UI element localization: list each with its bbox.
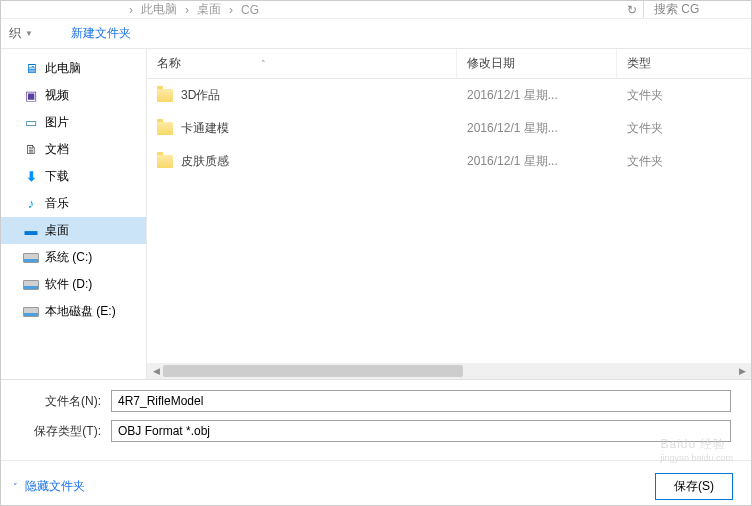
search-input[interactable]: 搜索 CG <box>643 1 743 18</box>
file-date: 2016/12/1 星期... <box>457 81 617 110</box>
horizontal-scrollbar[interactable]: ◀ ▶ <box>147 363 751 379</box>
column-date[interactable]: 修改日期 <box>457 49 617 78</box>
sidebar-item[interactable]: 系统 (C:) <box>1 244 146 271</box>
sidebar-item-label: 桌面 <box>45 222 69 239</box>
sidebar-item[interactable]: ▬桌面 <box>1 217 146 244</box>
sidebar-item[interactable]: 软件 (D:) <box>1 271 146 298</box>
file-type: 文件夹 <box>617 81 717 110</box>
chevron-down-icon: ˅ <box>13 482 18 492</box>
sidebar: 🖥此电脑▣视频▭图片🗎文档⬇下载♪音乐▬桌面系统 (C:)软件 (D:)本地磁盘… <box>1 49 146 379</box>
icon-monitor-icon: 🖥 <box>23 61 39 77</box>
sidebar-item[interactable]: ⬇下载 <box>1 163 146 190</box>
hide-folders-link[interactable]: ˅ 隐藏文件夹 <box>13 478 85 495</box>
breadcrumb-part[interactable]: CG <box>241 3 259 17</box>
breadcrumb-sep: › <box>185 3 189 17</box>
file-row[interactable]: 卡通建模2016/12/1 星期...文件夹 <box>147 112 751 145</box>
form-area: 文件名(N): 保存类型(T): <box>1 379 751 460</box>
sidebar-item-label: 音乐 <box>45 195 69 212</box>
sidebar-item[interactable]: 本地磁盘 (E:) <box>1 298 146 325</box>
sidebar-item-label: 此电脑 <box>45 60 81 77</box>
sidebar-item-label: 软件 (D:) <box>45 276 92 293</box>
disk-icon <box>23 277 39 293</box>
sidebar-item[interactable]: ♪音乐 <box>1 190 146 217</box>
disk-icon <box>23 250 39 266</box>
sidebar-item[interactable]: 🖥此电脑 <box>1 55 146 82</box>
sidebar-item-label: 视频 <box>45 87 69 104</box>
sidebar-item[interactable]: 🗎文档 <box>1 136 146 163</box>
icon-doc-icon: 🗎 <box>23 142 39 158</box>
organize-menu[interactable]: 织 ▼ <box>9 25 33 42</box>
sidebar-item[interactable]: ▭图片 <box>1 109 146 136</box>
filetype-select[interactable] <box>111 420 731 442</box>
file-row[interactable]: 皮肤质感2016/12/1 星期...文件夹 <box>147 145 751 178</box>
breadcrumb-sep: › <box>229 3 233 17</box>
breadcrumb-part[interactable]: 桌面 <box>197 1 221 18</box>
sidebar-item-label: 下载 <box>45 168 69 185</box>
sidebar-item-label: 图片 <box>45 114 69 131</box>
sidebar-item[interactable]: ▣视频 <box>1 82 146 109</box>
filename-input[interactable] <box>111 390 731 412</box>
bottom-bar: ˅ 隐藏文件夹 保存(S) <box>1 460 751 506</box>
refresh-icon[interactable]: ↻ <box>627 3 637 17</box>
icon-music-icon: ♪ <box>23 196 39 212</box>
breadcrumb-part[interactable]: 此电脑 <box>141 1 177 18</box>
disk-icon <box>23 304 39 320</box>
file-date: 2016/12/1 星期... <box>457 147 617 176</box>
file-name: 卡通建模 <box>181 120 229 137</box>
filetype-label: 保存类型(T): <box>31 423 111 440</box>
icon-download-icon: ⬇ <box>23 169 39 185</box>
file-type: 文件夹 <box>617 114 717 143</box>
file-date: 2016/12/1 星期... <box>457 114 617 143</box>
sidebar-item-label: 系统 (C:) <box>45 249 92 266</box>
file-row[interactable]: 3D作品2016/12/1 星期...文件夹 <box>147 79 751 112</box>
new-folder-button[interactable]: 新建文件夹 <box>63 21 139 46</box>
address-bar: › 此电脑 › 桌面 › CG ↻ 搜索 CG <box>1 1 751 19</box>
folder-icon <box>157 155 173 168</box>
file-type: 文件夹 <box>617 147 717 176</box>
icon-video-icon: ▣ <box>23 88 39 104</box>
sort-arrow-icon: ˄ <box>261 59 266 69</box>
toolbar: 织 ▼ 新建文件夹 <box>1 19 751 49</box>
chevron-down-icon: ▼ <box>25 29 33 38</box>
icon-desktop-icon: ▬ <box>23 223 39 239</box>
column-headers: 名称 ˄ 修改日期 类型 <box>147 49 751 79</box>
folder-icon <box>157 122 173 135</box>
column-name[interactable]: 名称 ˄ <box>147 49 457 78</box>
file-list: 3D作品2016/12/1 星期...文件夹卡通建模2016/12/1 星期..… <box>147 79 751 363</box>
breadcrumb-sep: › <box>129 3 133 17</box>
icon-pic-icon: ▭ <box>23 115 39 131</box>
column-type[interactable]: 类型 <box>617 49 717 78</box>
scroll-left-icon[interactable]: ◀ <box>149 366 163 376</box>
breadcrumb[interactable]: › 此电脑 › 桌面 › CG <box>9 1 627 18</box>
scroll-thumb[interactable] <box>163 365 463 377</box>
file-name: 皮肤质感 <box>181 153 229 170</box>
sidebar-item-label: 文档 <box>45 141 69 158</box>
filename-label: 文件名(N): <box>31 393 111 410</box>
folder-icon <box>157 89 173 102</box>
file-list-area: 名称 ˄ 修改日期 类型 3D作品2016/12/1 星期...文件夹卡通建模2… <box>146 49 751 379</box>
scroll-right-icon[interactable]: ▶ <box>735 366 749 376</box>
sidebar-item-label: 本地磁盘 (E:) <box>45 303 116 320</box>
save-button[interactable]: 保存(S) <box>655 473 733 500</box>
file-name: 3D作品 <box>181 87 220 104</box>
